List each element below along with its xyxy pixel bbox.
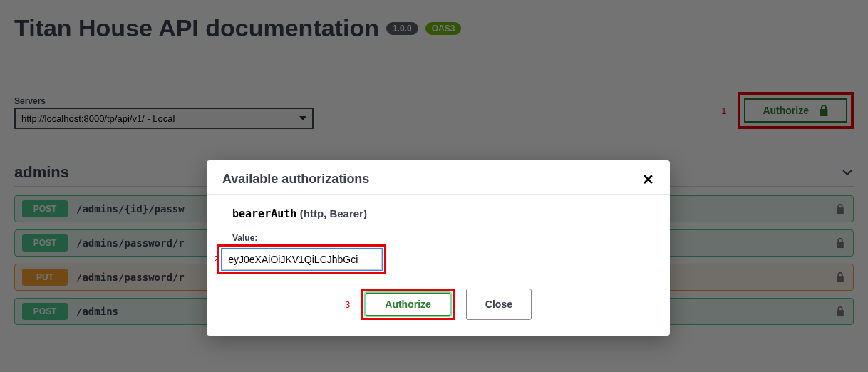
- annotation-3: 3: [345, 299, 350, 310]
- close-icon[interactable]: ✕: [642, 172, 654, 187]
- bearer-token-input[interactable]: [222, 249, 382, 270]
- value-input-highlight: [217, 244, 386, 274]
- authorize-modal: Available authorizations ✕ bearerAuth (h…: [207, 160, 670, 336]
- modal-close-button[interactable]: Close: [466, 289, 532, 320]
- auth-scheme-type: (http, Bearer): [300, 207, 367, 219]
- modal-authorize-highlight: Authorize: [361, 289, 455, 320]
- auth-scheme-name: bearerAuth: [232, 207, 296, 220]
- value-label: Value:: [232, 233, 644, 243]
- modal-authorize-button[interactable]: Authorize: [365, 292, 451, 316]
- modal-title: Available authorizations: [222, 172, 369, 187]
